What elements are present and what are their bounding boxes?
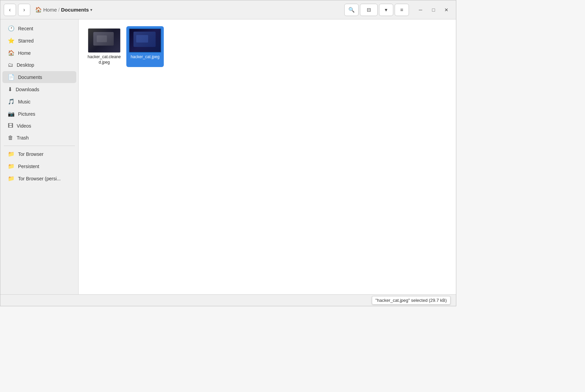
sidebar-label-desktop: Desktop — [17, 62, 34, 68]
breadcrumb-dropdown-arrow[interactable]: ▾ — [90, 7, 92, 12]
file-item-hacker_cat_cleaned[interactable]: hacker_cat.cleaned.jpeg — [85, 26, 123, 67]
minimize-icon: ─ — [419, 7, 422, 13]
maximize-icon: □ — [432, 7, 435, 13]
breadcrumb-current: Documents — [61, 7, 89, 13]
back-button[interactable]: ‹ — [4, 4, 16, 16]
list-view-button[interactable]: ⊟ — [360, 4, 378, 16]
sidebar-item-documents[interactable]: 📄Documents — [2, 71, 76, 83]
search-button[interactable]: 🔍 — [344, 4, 359, 16]
sidebar-label-tor-browser-persi: Tor Browser (persi... — [18, 176, 61, 181]
window-controls: ─ □ ✕ — [414, 4, 453, 15]
sidebar-item-desktop[interactable]: 🗂Desktop — [2, 59, 76, 71]
sidebar-item-trash[interactable]: 🗑Trash — [2, 132, 76, 144]
sidebar-item-videos[interactable]: 🎞Videos — [2, 120, 76, 132]
sidebar-item-tor-browser-persi[interactable]: 📁Tor Browser (persi... — [2, 173, 76, 184]
sidebar-item-tor-browser[interactable]: 📁Tor Browser — [2, 148, 76, 160]
tor-browser-icon: 📁 — [8, 151, 15, 157]
main-area: 🕐Recent⭐Starred🏠Home🗂Desktop📄Documents⬇D… — [0, 19, 456, 294]
sidebar-item-starred[interactable]: ⭐Starred — [2, 35, 76, 47]
sidebar-label-recent: Recent — [18, 26, 33, 31]
breadcrumb-separator: / — [58, 7, 60, 13]
forward-button[interactable]: › — [18, 4, 30, 16]
sidebar-item-home[interactable]: 🏠Home — [2, 47, 76, 59]
menu-button[interactable]: ≡ — [395, 4, 409, 16]
maximize-button[interactable]: □ — [427, 4, 440, 15]
forward-icon: › — [23, 7, 25, 13]
sidebar-item-pictures[interactable]: 📷Pictures — [2, 108, 76, 120]
breadcrumb-home[interactable]: Home — [43, 7, 57, 13]
menu-icon: ≡ — [400, 7, 404, 13]
home-icon: 🏠 — [35, 6, 42, 13]
sidebar-label-documents: Documents — [18, 75, 42, 80]
statusbar: "hacker_cat.jpeg" selected (29.7 kB) — [0, 294, 456, 306]
desktop-icon: 🗂 — [8, 62, 13, 68]
search-icon: 🔍 — [348, 7, 355, 13]
minimize-button[interactable]: ─ — [414, 4, 427, 15]
recent-icon: 🕐 — [8, 25, 15, 32]
sidebar-label-starred: Starred — [18, 38, 34, 44]
sidebar-label-trash: Trash — [17, 135, 29, 141]
music-icon: 🎵 — [8, 98, 15, 105]
file-label-hacker_cat_cleaned: hacker_cat.cleaned.jpeg — [88, 54, 121, 65]
pictures-icon: 📷 — [8, 111, 15, 117]
sidebar-item-recent[interactable]: 🕐Recent — [2, 22, 76, 34]
home-icon: 🏠 — [8, 50, 15, 56]
file-thumbnail-hacker_cat — [129, 28, 161, 53]
toolbar-right: 🔍 ⊟ ▾ ≡ — [344, 4, 409, 16]
sidebar-label-tor-browser: Tor Browser — [18, 151, 44, 157]
sidebar-label-downloads: Downloads — [16, 87, 39, 92]
starred-icon: ⭐ — [8, 37, 15, 44]
sidebar: 🕐Recent⭐Starred🏠Home🗂Desktop📄Documents⬇D… — [0, 19, 79, 294]
sort-button[interactable]: ▾ — [379, 4, 393, 16]
toolbar: ‹ › 🏠 Home / Documents ▾ 🔍 ⊟ ▾ ≡ ─ □ ✕ — [0, 0, 456, 19]
persistent-icon: 📁 — [8, 163, 15, 169]
documents-icon: 📄 — [8, 74, 15, 80]
file-area[interactable]: hacker_cat.cleaned.jpeghacker_cat.jpeg — [79, 19, 456, 294]
file-thumbnail-hacker_cat_cleaned — [88, 28, 121, 53]
close-button[interactable]: ✕ — [440, 4, 453, 15]
sort-icon: ▾ — [385, 7, 388, 13]
back-icon: ‹ — [9, 7, 11, 13]
sidebar-divider — [4, 146, 75, 146]
file-item-hacker_cat[interactable]: hacker_cat.jpeg — [126, 26, 164, 67]
breadcrumb: 🏠 Home / Documents ▾ — [35, 6, 342, 13]
sidebar-label-persistent: Persistent — [18, 164, 39, 169]
close-icon: ✕ — [444, 7, 448, 13]
file-label-hacker_cat: hacker_cat.jpeg — [131, 54, 160, 60]
trash-icon: 🗑 — [8, 135, 13, 141]
sidebar-item-music[interactable]: 🎵Music — [2, 96, 76, 108]
videos-icon: 🎞 — [8, 123, 13, 129]
sidebar-item-downloads[interactable]: ⬇Downloads — [2, 83, 76, 95]
sidebar-label-videos: Videos — [17, 123, 31, 129]
sidebar-label-home: Home — [18, 50, 31, 56]
downloads-icon: ⬇ — [8, 86, 12, 93]
list-view-icon: ⊟ — [367, 7, 371, 13]
status-text: "hacker_cat.jpeg" selected (29.7 kB) — [372, 296, 450, 305]
sidebar-item-persistent[interactable]: 📁Persistent — [2, 160, 76, 172]
sidebar-label-pictures: Pictures — [18, 111, 35, 117]
tor-browser-persi-icon: 📁 — [8, 175, 15, 182]
sidebar-label-music: Music — [18, 99, 31, 104]
